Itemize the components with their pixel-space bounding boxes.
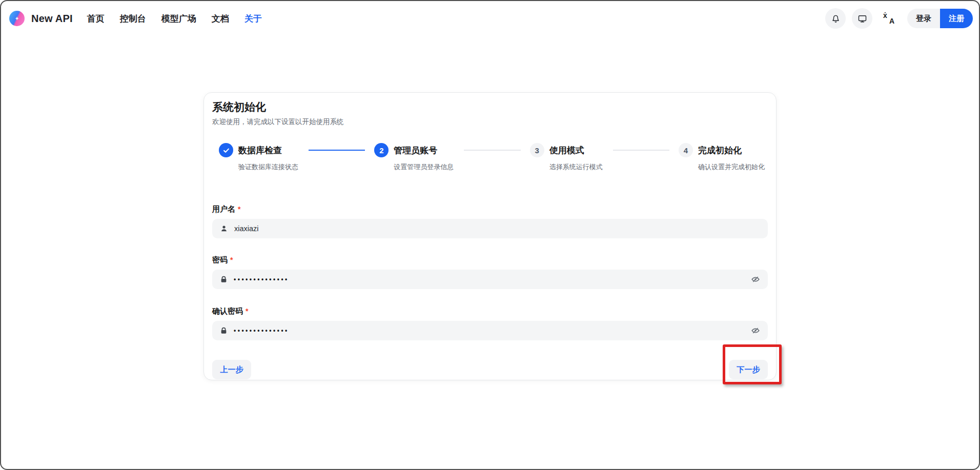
confirm-password-label: 确认密码* (212, 306, 768, 316)
lock-icon (219, 326, 228, 335)
theme-display-button[interactable] (852, 8, 872, 29)
step-description: 验证数据库连接状态 (238, 162, 298, 172)
page-subtitle: 欢迎使用，请完成以下设置以开始使用系统 (212, 117, 768, 127)
step-circle-admin-account: 2 (374, 143, 389, 157)
previous-step-button[interactable]: 上一步 (212, 360, 251, 379)
step-title: 数据库检查 (238, 145, 282, 156)
browser-window: ✦ New API 首页控制台模型广场文档关于 ẋ A (0, 0, 980, 470)
step-connector (309, 150, 365, 151)
logo-spark-icon: ✦ (9, 11, 25, 26)
step-circle-database-check (219, 143, 233, 157)
step-description: 选择系统运行模式 (549, 162, 603, 172)
password-label: 密码* (212, 255, 768, 265)
step-title: 管理员账号 (394, 145, 437, 156)
step-usage-mode: 3使用模式选择系统运行模式 (530, 143, 603, 172)
step-title: 完成初始化 (698, 145, 742, 156)
username-input[interactable]: xiaxiazi (212, 219, 768, 238)
system-init-card: 系统初始化 欢迎使用，请完成以下设置以开始使用系统 数据库检查验证数据库连接状态… (203, 92, 777, 380)
auth-buttons: 登录 注册 (907, 9, 973, 28)
step-database-check: 数据库检查验证数据库连接状态 (219, 143, 298, 172)
password-value: •••••••••••••• (234, 276, 289, 283)
username-group: 用户名* xiaxiazi (212, 205, 768, 238)
register-button[interactable]: 注册 (940, 9, 973, 28)
step-description: 确认设置并完成初始化 (698, 162, 765, 172)
user-icon (219, 224, 229, 233)
step-admin-account: 2管理员账号设置管理员登录信息 (374, 143, 454, 172)
notification-button[interactable] (825, 8, 846, 29)
next-step-button[interactable]: 下一步 (729, 360, 768, 379)
language-button[interactable]: ẋ A (879, 8, 899, 29)
login-button[interactable]: 登录 (907, 9, 940, 28)
navbar-actions: ẋ A 登录 注册 (825, 8, 973, 29)
nav-item-docs[interactable]: 文档 (212, 13, 229, 25)
page-title: 系统初始化 (212, 100, 768, 114)
step-title: 使用模式 (549, 145, 584, 156)
monitor-icon (857, 13, 868, 24)
nav-item-console[interactable]: 控制台 (120, 13, 146, 25)
nav-item-about[interactable]: 关于 (244, 13, 262, 25)
wizard-steps: 数据库检查验证数据库连接状态2管理员账号设置管理员登录信息3使用模式选择系统运行… (212, 143, 768, 172)
required-asterisk: * (230, 256, 233, 264)
toggle-confirm-password-visibility[interactable] (750, 325, 761, 336)
bell-icon (830, 13, 841, 24)
nav-item-home[interactable]: 首页 (87, 13, 105, 25)
confirm-password-input[interactable]: •••••••••••••• (212, 321, 768, 340)
step-connector (464, 150, 520, 151)
step-circle-usage-mode: 3 (530, 143, 544, 157)
lock-icon (219, 275, 228, 284)
nav-menu: 首页控制台模型广场文档关于 (87, 13, 262, 25)
language-icon: ẋ A (883, 13, 894, 24)
username-value: xiaxiazi (234, 224, 259, 233)
username-label: 用户名* (212, 205, 768, 214)
required-asterisk: * (246, 307, 248, 315)
confirm-password-value: •••••••••••••• (234, 327, 289, 334)
eye-slash-icon (750, 325, 761, 336)
confirm-password-group: 确认密码* •••••••••••••• (212, 306, 768, 340)
toggle-password-visibility[interactable] (750, 274, 761, 284)
password-input[interactable]: •••••••••••••• (212, 270, 768, 289)
step-description: 设置管理员登录信息 (394, 162, 454, 172)
password-group: 密码* •••••••••••••• (212, 255, 768, 289)
step-connector (613, 150, 669, 151)
step-circle-finish-init: 4 (679, 143, 693, 157)
nav-item-models[interactable]: 模型广场 (161, 13, 196, 25)
required-asterisk: * (238, 205, 240, 213)
navbar: ✦ New API 首页控制台模型广场文档关于 ẋ A (1, 1, 979, 36)
step-finish-init: 4完成初始化确认设置并完成初始化 (679, 143, 765, 172)
app-logo-icon[interactable]: ✦ (9, 11, 25, 26)
check-icon (222, 147, 230, 154)
wizard-buttons: 上一步 下一步 (212, 360, 768, 379)
eye-slash-icon (750, 274, 761, 284)
brand-title: New API (31, 13, 73, 25)
